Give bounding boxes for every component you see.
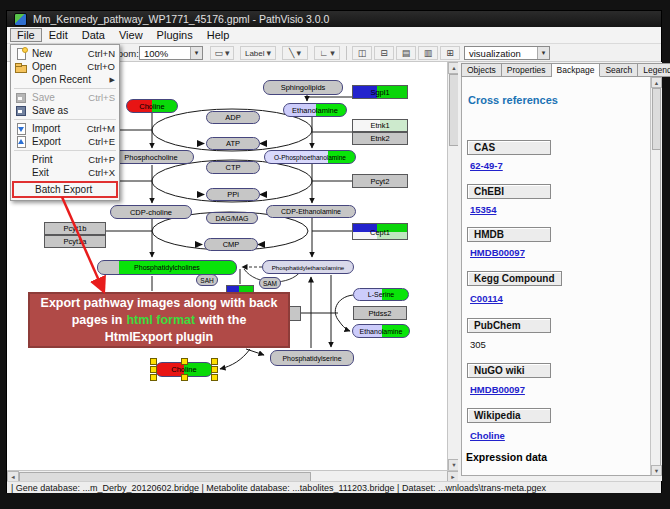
menu-item-save-as[interactable]: Save as xyxy=(11,104,119,117)
annotation-callout: Export pathway images along with back pa… xyxy=(28,292,290,348)
gene-etnk2[interactable]: Etnk2 xyxy=(352,132,408,145)
common-height-button[interactable]: ▥ xyxy=(418,46,438,60)
zoom-combobox[interactable]: 100% ▾ xyxy=(139,46,203,60)
node-choline[interactable]: Choline xyxy=(126,99,178,113)
node-ethanolamine-bottom[interactable]: Ethanolamine xyxy=(352,324,410,338)
menu-item-save[interactable]: Save Ctrl+S xyxy=(11,91,119,104)
common-width-button[interactable]: ▤ xyxy=(396,46,416,60)
tab-objects[interactable]: Objects xyxy=(461,63,502,77)
tab-search[interactable]: Search xyxy=(600,63,638,77)
node-phosphatidylethanolamine[interactable]: Phosphatidylethanolamine xyxy=(262,260,354,274)
gene-ptdss2[interactable]: Ptdss2 xyxy=(353,306,407,320)
node-ethanolamine[interactable]: Ethanolamine xyxy=(283,103,347,117)
node-sah[interactable]: SAH xyxy=(196,274,218,286)
node-sam[interactable]: SAM xyxy=(259,277,281,289)
menubar-plugins[interactable]: Plugins xyxy=(150,28,200,42)
screen: Mm_Kennedy_pathway_WP1771_45176.gpml - P… xyxy=(0,0,670,509)
selection-handle[interactable] xyxy=(150,366,157,373)
xref-link-cas[interactable]: 62-49-7 xyxy=(470,160,503,171)
scroll-down-icon[interactable]: ▼ xyxy=(651,465,662,476)
menu-item-batch-export[interactable]: Batch Export xyxy=(14,183,116,196)
gene-pcyt1a[interactable]: Pcyt1a xyxy=(44,235,106,248)
node-dag-mag[interactable]: DAG/MAG xyxy=(206,212,258,224)
canvas-vertical-scrollbar[interactable]: ▲ ▼ xyxy=(447,62,458,470)
label-tool-button[interactable]: Label ▾ xyxy=(240,46,276,60)
selection-handle[interactable] xyxy=(211,358,218,365)
selection-handle[interactable] xyxy=(211,366,218,373)
selection-handle[interactable] xyxy=(211,374,218,381)
menu-item-open-recent[interactable]: Open Recent ▶ xyxy=(11,73,119,86)
menu-item-new[interactable]: New Ctrl+N xyxy=(11,47,119,60)
gene-cept1[interactable]: Cept1 xyxy=(352,223,408,240)
scroll-up-icon[interactable]: ▲ xyxy=(651,77,662,88)
menubar-edit[interactable]: Edit xyxy=(42,28,75,42)
toolbar-separator xyxy=(346,46,347,60)
chevron-down-icon[interactable]: ▾ xyxy=(190,47,202,59)
line-icon: ╲ xyxy=(289,48,294,58)
align-middle-icon: ⊟ xyxy=(380,48,388,58)
expression-data-heading: Expression data xyxy=(466,451,547,463)
xref-header-chebi: ChEBI xyxy=(467,184,551,199)
node-cdp-choline[interactable]: CDP-choline xyxy=(110,205,192,219)
xref-link-nugo[interactable]: HMDB00097 xyxy=(470,384,525,395)
gene-pcyt2[interactable]: Pcyt2 xyxy=(352,174,408,188)
menubar-help[interactable]: Help xyxy=(200,28,237,42)
selection-handle[interactable] xyxy=(181,358,188,365)
common-width-icon: ▤ xyxy=(402,48,411,58)
node-ppi[interactable]: PPi xyxy=(206,188,260,201)
selection-handle[interactable] xyxy=(150,358,157,365)
xref-header-pubchem: PubChem xyxy=(467,318,551,333)
selection-handle[interactable] xyxy=(181,374,188,381)
sidebar-scrollbar[interactable]: ▲ ▼ xyxy=(650,77,660,475)
align-center-icon: ◫ xyxy=(358,48,367,58)
gene-sgpl1[interactable]: Sgpl1 xyxy=(352,85,408,99)
export-icon xyxy=(15,136,27,148)
chevron-down-icon[interactable]: ▾ xyxy=(537,47,549,59)
connector-tool-button[interactable]: ∟ ▾ xyxy=(314,46,340,60)
tab-legend[interactable]: Legend xyxy=(638,63,670,77)
node-atp[interactable]: ATP xyxy=(206,137,260,150)
menubar-view[interactable]: View xyxy=(112,28,150,42)
save-icon xyxy=(15,92,27,104)
node-cmp[interactable]: CMP xyxy=(204,238,258,251)
chevron-down-icon: ▾ xyxy=(225,48,230,58)
node-adp[interactable]: ADP xyxy=(206,111,260,124)
node-phosphatidylserine[interactable]: Phosphatidylserine xyxy=(270,350,354,366)
xref-link-wikipedia[interactable]: Choline xyxy=(470,430,505,441)
menu-item-print[interactable]: Print Ctrl+P xyxy=(11,153,119,166)
visualization-combobox[interactable]: visualization ▾ xyxy=(464,46,550,60)
stack-button[interactable]: ⊞ xyxy=(440,46,460,60)
node-l-serine[interactable]: L-Serine xyxy=(353,288,409,301)
xref-link-chebi[interactable]: 15354 xyxy=(470,204,496,215)
node-cdp-ethanolamine[interactable]: CDP-Ethanolamine xyxy=(266,205,356,218)
node-phosphocholine[interactable]: Phosphocholine xyxy=(108,150,194,164)
xref-header-cas: CAS xyxy=(467,140,551,155)
xref-link-kegg[interactable]: C00114 xyxy=(470,293,503,304)
menu-item-export[interactable]: Export Ctrl+E xyxy=(11,135,119,148)
tab-backpage[interactable]: Backpage xyxy=(552,63,601,77)
gene-etnk1[interactable]: Etnk1 xyxy=(352,119,408,132)
align-center-button[interactable]: ◫ xyxy=(352,46,372,60)
menu-item-exit[interactable]: Exit Ctrl+X xyxy=(11,166,119,179)
menu-item-open[interactable]: Open Ctrl+O xyxy=(11,60,119,73)
shape-tool-button[interactable]: ▭ ▾ xyxy=(210,46,234,60)
gene-pcyt1b[interactable]: Pcyt1b xyxy=(44,222,106,235)
line-tool-button[interactable]: ╲ ▾ xyxy=(282,46,308,60)
node-ctp[interactable]: CTP xyxy=(206,161,260,174)
import-icon xyxy=(15,123,27,135)
xref-link-hmdb[interactable]: HMDB00097 xyxy=(470,247,525,258)
canvas-horizontal-scrollbar[interactable]: ◄ ► xyxy=(7,470,458,481)
tab-properties[interactable]: Properties xyxy=(502,63,552,77)
annotation-line2: pages inhtml formatwith the xyxy=(72,312,247,329)
selection-handle[interactable] xyxy=(150,374,157,381)
stack-icon: ⊞ xyxy=(446,48,454,58)
align-middle-button[interactable]: ⊟ xyxy=(374,46,394,60)
scrollbar-thumb[interactable] xyxy=(652,88,661,150)
node-sphingolipids[interactable]: Sphingolipids xyxy=(263,80,343,95)
menubar-data[interactable]: Data xyxy=(75,28,112,42)
node-phosphatidylcholines[interactable]: Phosphatidylcholines xyxy=(97,260,237,275)
menu-item-import[interactable]: Import Ctrl+M xyxy=(11,122,119,135)
menubar-file[interactable]: File xyxy=(10,28,42,42)
window-title: Mm_Kennedy_pathway_WP1771_45176.gpml - P… xyxy=(33,13,329,25)
node-o-phosphoethanolamine[interactable]: O-Phosphoethanolamine xyxy=(264,150,356,164)
